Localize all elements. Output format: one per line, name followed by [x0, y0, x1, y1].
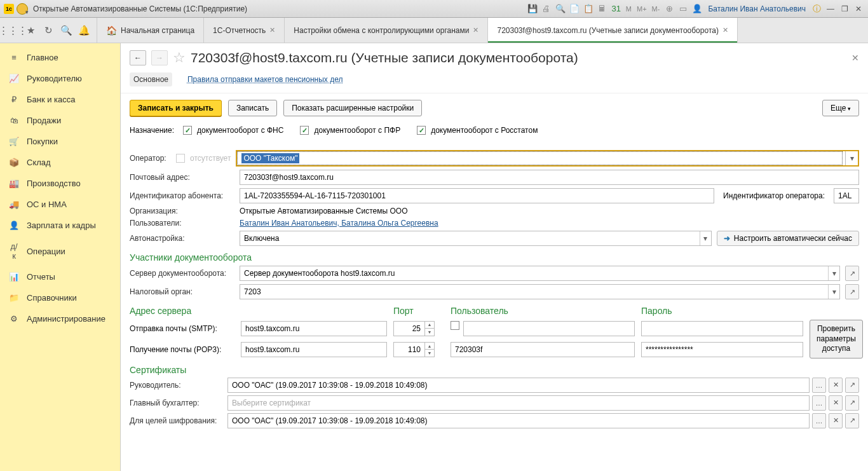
subscriber-id-input[interactable] [240, 188, 714, 203]
nav-operations[interactable]: д/кОперации [0, 236, 120, 266]
restore-button[interactable]: ❐ [839, 3, 850, 15]
nav-catalogs[interactable]: 📁Справочники [0, 287, 120, 308]
action-bar: Записать и закрыть Записать Показать рас… [121, 93, 868, 121]
apps-icon[interactable]: ⋮⋮⋮ [6, 24, 19, 37]
nav-assets[interactable]: 🚚ОС и НМА [0, 194, 120, 215]
users-link[interactable]: Баталин Иван Анатольевич, Баталина Ольга… [240, 219, 438, 228]
page-close-button[interactable]: ✕ [851, 53, 859, 63]
scale-m-plus[interactable]: M+ [635, 5, 648, 13]
clear-button[interactable]: ✕ [829, 395, 843, 411]
smtp-host-input[interactable] [241, 321, 387, 336]
sidebar-item-label: Отчеты [27, 272, 55, 282]
nav-reports[interactable]: 📊Отчеты [0, 266, 120, 287]
chevron-down-icon[interactable]: ▾ [828, 285, 839, 299]
spin-up-icon[interactable]: ▲ [425, 343, 434, 350]
calendar-icon[interactable]: 31 [611, 3, 622, 15]
subtab-main[interactable]: Основное [130, 72, 172, 86]
info-icon[interactable]: ⓘ [811, 3, 822, 15]
calc-icon[interactable]: 🖩 [597, 3, 608, 15]
close-icon[interactable]: ✕ [722, 26, 728, 34]
operator-id-input[interactable] [834, 188, 859, 203]
pop3-pass-input[interactable] [641, 342, 803, 357]
tab-exchange-settings[interactable]: Настройки обмена с контролирующими орган… [285, 18, 488, 43]
favorite-star-icon[interactable]: ☆ [173, 50, 186, 66]
spin-up-icon[interactable]: ▲ [425, 322, 434, 329]
check-fns[interactable] [183, 126, 192, 135]
nav-purchases[interactable]: 🛒Покупки [0, 131, 120, 152]
copy-icon[interactable]: 📋 [583, 3, 594, 15]
notifications-icon[interactable]: 🔔 [78, 24, 90, 37]
cert-mgr-input[interactable]: ООО "ОАС" (19.09.2017 10:39:08 - 19.09.2… [227, 378, 810, 393]
chevron-down-icon[interactable]: ▾ [828, 266, 839, 280]
nav-hr[interactable]: 👤Зарплата и кадры [0, 215, 120, 236]
ellipsis-button[interactable]: … [812, 378, 826, 393]
pop3-port-input[interactable]: ▲▼ [393, 342, 444, 357]
advanced-button[interactable]: Показать расширенные настройки [283, 100, 422, 116]
tab-reporting[interactable]: 1С-Отчетность ✕ [204, 18, 285, 43]
check-pfr[interactable] [300, 126, 309, 135]
operator-absent-check[interactable] [176, 154, 185, 163]
close-icon[interactable]: ✕ [269, 26, 275, 34]
open-button[interactable]: ↗ [845, 413, 859, 428]
open-button[interactable]: ↗ [845, 378, 859, 393]
operator-select[interactable]: ООО "Такском" ▾ [236, 150, 859, 167]
subtab-rules[interactable]: Правила отправки макетов пенсионных дел [184, 72, 346, 86]
ellipsis-button[interactable]: … [812, 413, 826, 428]
open-button[interactable]: ↗ [845, 266, 859, 281]
doc-icon[interactable]: 📄 [569, 3, 580, 15]
windows-icon[interactable]: ▭ [677, 3, 689, 15]
cert-enc-input[interactable]: ООО "ОАС" (19.09.2017 10:39:08 - 19.09.2… [227, 413, 810, 428]
search-icon[interactable]: 🔍 [60, 24, 72, 37]
cert-acc-input[interactable]: Выберите сертификат [227, 395, 810, 411]
more-button[interactable]: Еще [822, 100, 859, 116]
save-button[interactable]: Записать [228, 100, 277, 116]
tab-account[interactable]: 720303f@host9.taxcom.ru (Учетные записи … [488, 18, 737, 43]
open-button[interactable]: ↗ [845, 395, 859, 411]
docserver-select[interactable]: Сервер документооборота host9.taxcom.ru … [240, 266, 840, 281]
current-user[interactable]: Баталин Иван Анатольевич [708, 4, 806, 13]
open-button[interactable]: ↗ [845, 284, 859, 299]
clear-button[interactable]: ✕ [829, 413, 843, 428]
nav-production[interactable]: 🏭Производство [0, 173, 120, 194]
history-icon[interactable]: ↻ [42, 24, 55, 37]
clear-button[interactable]: ✕ [829, 378, 843, 393]
scale-m-minus[interactable]: M- [651, 5, 661, 13]
email-input[interactable] [240, 170, 859, 185]
preview-icon[interactable]: 🔍 [555, 3, 566, 15]
save-close-button[interactable]: Записать и закрыть [130, 100, 222, 116]
close-icon[interactable]: ✕ [473, 26, 478, 34]
scale-m[interactable]: M [625, 5, 633, 13]
favorite-icon[interactable]: ★ [24, 24, 37, 37]
nav-admin[interactable]: ⚙Администрирование [0, 308, 120, 329]
chevron-down-icon[interactable]: ▾ [845, 151, 858, 165]
nav-sales[interactable]: 🛍Продажи [0, 110, 120, 131]
save-icon[interactable]: 💾 [527, 3, 538, 15]
close-button[interactable]: ✕ [853, 3, 864, 15]
taxauth-select[interactable]: 7203 ▾ [240, 284, 840, 299]
verify-access-button[interactable]: Проверить параметры доступа [810, 320, 863, 358]
spin-down-icon[interactable]: ▼ [425, 350, 434, 357]
nav-forward-button[interactable]: → [151, 50, 168, 65]
smtp-pass-input[interactable] [641, 321, 803, 336]
pop3-host-input[interactable] [241, 342, 387, 357]
smtp-user-input[interactable] [463, 321, 635, 336]
pop3-user-input[interactable] [451, 342, 635, 357]
smtp-user-check[interactable] [451, 321, 459, 330]
spin-down-icon[interactable]: ▼ [425, 329, 434, 336]
smtp-port-input[interactable]: ▲▼ [393, 321, 444, 336]
nav-main[interactable]: ≡Главное [0, 47, 120, 68]
tab-home[interactable]: 🏠 Начальная страница [97, 18, 204, 43]
chevron-down-icon[interactable]: ▾ [700, 231, 711, 245]
zoom-icon[interactable]: ⊕ [663, 3, 675, 15]
nav-bank[interactable]: ₽Банк и касса [0, 89, 120, 110]
autoconf-select[interactable]: Включена ▾ [240, 231, 712, 246]
ellipsis-button[interactable]: … [812, 395, 826, 411]
minimize-button[interactable]: — [825, 3, 836, 15]
check-rosstat[interactable] [417, 126, 426, 135]
main-menu-button[interactable] [17, 3, 28, 15]
autoconf-now-button[interactable]: ➜ Настроить автоматически сейчас [717, 231, 859, 246]
nav-manager[interactable]: 📈Руководителю [0, 68, 120, 89]
print-icon[interactable]: 🖨 [541, 3, 552, 15]
nav-back-button[interactable]: ← [130, 50, 146, 65]
nav-warehouse[interactable]: 📦Склад [0, 152, 120, 173]
